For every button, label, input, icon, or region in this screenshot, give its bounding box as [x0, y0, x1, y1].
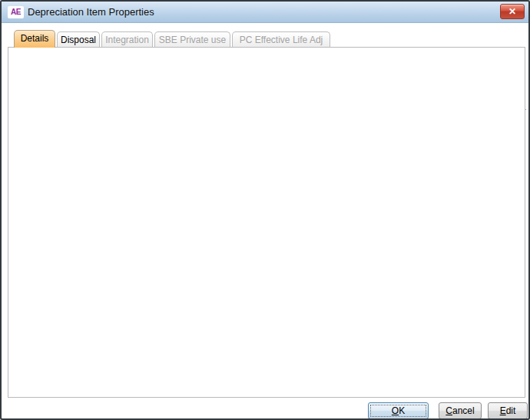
tab-pc-effective-life-adj: PC Effective Life Adj	[232, 31, 330, 48]
close-button[interactable]: ✕	[500, 4, 525, 19]
title-bar: AE Depreciation Item Properties ✕	[2, 2, 528, 23]
tab-label: Disposal	[61, 35, 96, 45]
tab-label: SBE Private use	[159, 35, 226, 45]
dialog-depreciation-item-properties: AE Depreciation Item Properties ✕ Detail…	[0, 0, 530, 420]
tab-panel-details	[8, 47, 525, 398]
tab-sbe-private-use: SBE Private use	[154, 31, 230, 48]
close-icon: ✕	[508, 6, 516, 17]
tab-label: Details	[21, 33, 49, 44]
tab-details[interactable]: Details	[14, 30, 55, 48]
ok-button[interactable]: OK	[368, 402, 429, 419]
tab-integration: Integration	[101, 31, 153, 48]
app-icon: AE	[8, 6, 24, 18]
window-title: Depreciation Item Properties	[28, 2, 154, 23]
cancel-button[interactable]: Cancel	[439, 402, 482, 419]
tab-disposal[interactable]: Disposal	[57, 31, 100, 48]
tab-label: Integration	[105, 35, 149, 45]
tab-label: PC Effective Life Adj	[240, 35, 323, 45]
edit-button[interactable]: Edit	[488, 402, 528, 419]
